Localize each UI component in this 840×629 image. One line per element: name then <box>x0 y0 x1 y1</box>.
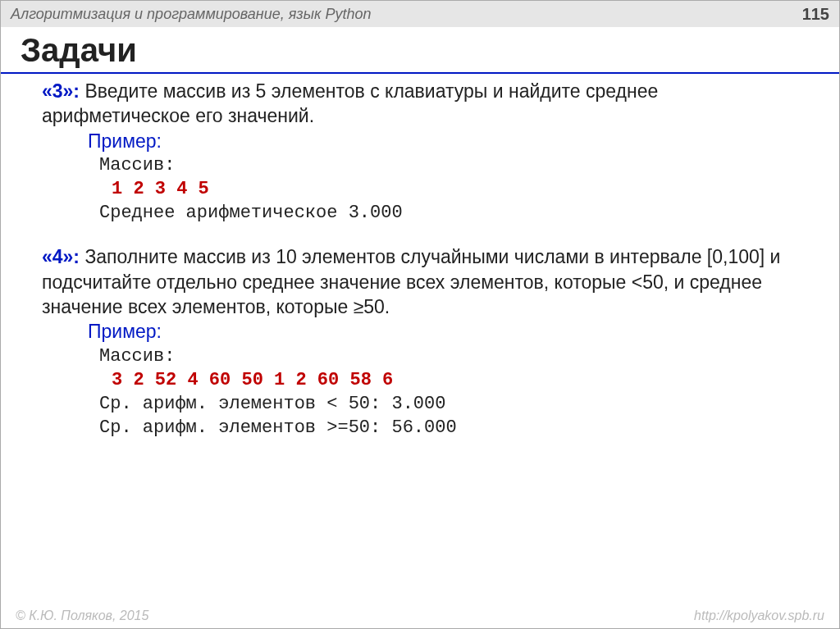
task-4-example-label: Пример: <box>42 319 806 344</box>
task-4-prompt: Массив: <box>42 344 806 368</box>
task-4: «4»: Заполните массив из 10 элементов сл… <box>42 244 806 319</box>
task-4-result-1: Ср. арифм. элементов < 50: 3.000 <box>42 392 806 416</box>
task-3-text: Введите массив из 5 элементов с клавиату… <box>42 80 658 126</box>
slide-title: Задачи <box>1 27 839 72</box>
task-3-result: Среднее арифметическое 3.000 <box>42 201 806 225</box>
task-4-result-2: Ср. арифм. элементов >=50: 56.000 <box>42 416 806 440</box>
header-title: Алгоритмизация и программирование, язык … <box>11 6 371 23</box>
task-3: «3»: Введите массив из 5 элементов с кла… <box>42 79 806 129</box>
page-number: 115 <box>802 5 829 24</box>
task-3-input: 1 2 3 4 5 <box>42 177 806 201</box>
task-3-prompt: Массив: <box>42 153 806 177</box>
task-4-label: «4»: <box>42 246 80 267</box>
content: «3»: Введите массив из 5 элементов с кла… <box>1 74 839 440</box>
slide: Алгоритмизация и программирование, язык … <box>0 0 840 629</box>
task-4-text: Заполните массив из 10 элементов случайн… <box>42 246 780 317</box>
task-3-example-label: Пример: <box>42 129 806 153</box>
task-4-input: 3 2 52 4 60 50 1 2 60 58 6 <box>42 368 806 392</box>
footer-left: © К.Ю. Поляков, 2015 <box>16 608 148 623</box>
footer: © К.Ю. Поляков, 2015 http://kpolyakov.sp… <box>1 608 839 623</box>
footer-right: http://kpolyakov.spb.ru <box>694 608 824 623</box>
task-3-label: «3»: <box>42 80 80 102</box>
header-bar: Алгоритмизация и программирование, язык … <box>1 1 839 27</box>
